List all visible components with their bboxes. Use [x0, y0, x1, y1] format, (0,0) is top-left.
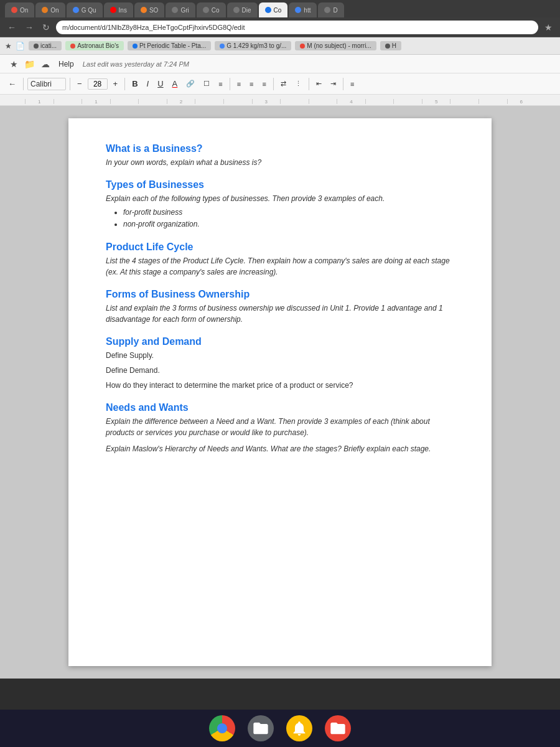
- undo-button[interactable]: ←: [5, 78, 19, 90]
- section-heading-needs: Needs and Wants: [106, 402, 454, 413]
- align-center-button[interactable]: ≡: [234, 79, 244, 89]
- bookmark-periodic[interactable]: Pt Periodic Table - Pta...: [128, 41, 211, 50]
- bookmark-h[interactable]: H: [380, 41, 401, 50]
- bookmark-astronaut[interactable]: Astronaut Bio's: [65, 41, 124, 50]
- justify-button[interactable]: ≡: [259, 79, 269, 89]
- section-heading-what: What is a Business?: [106, 143, 454, 154]
- section-types-of-businesses: Types of Businesses Explain each of the …: [106, 179, 454, 230]
- bookmark-icon: [220, 44, 225, 49]
- docs-top-bar: ★ 📁 ☁ Help Last edit was yesterday at 7:…: [0, 55, 560, 73]
- bookmark-kg[interactable]: G 1.429 kg/m3 to g/...: [215, 41, 291, 50]
- tab-d[interactable]: D: [318, 2, 343, 17]
- tab-so[interactable]: SO: [134, 2, 164, 17]
- align-left-button[interactable]: ≡: [215, 79, 225, 89]
- reload-button[interactable]: ↻: [40, 21, 52, 34]
- bookmark-icati[interactable]: icati...: [29, 41, 62, 50]
- tab-dot: [324, 7, 330, 13]
- help-label: Help: [58, 60, 74, 68]
- ruler-mark: 1: [82, 99, 110, 104]
- tab-gri[interactable]: Gri: [166, 2, 195, 17]
- forward-button[interactable]: →: [22, 21, 36, 34]
- back-button[interactable]: ←: [5, 21, 19, 34]
- toolbar-separator: [70, 78, 70, 90]
- section-heading-types: Types of Businesses: [106, 179, 454, 190]
- link-button[interactable]: 🔗: [183, 78, 198, 89]
- bookmark-star-icon: ★: [5, 42, 12, 50]
- tab-label: Co: [274, 7, 282, 14]
- chrome-taskbar-icon[interactable]: [209, 715, 235, 741]
- bookmark-label: icati...: [40, 42, 57, 49]
- ruler-mark: [54, 99, 82, 104]
- italic-button[interactable]: I: [144, 78, 152, 90]
- tab-dot: [295, 7, 301, 13]
- bullet-non-profit: non-profit organization.: [123, 218, 454, 230]
- tab-label: SO: [149, 7, 158, 14]
- bell-taskbar-icon[interactable]: [286, 715, 312, 741]
- line-spacing-button[interactable]: ⇄: [278, 78, 289, 89]
- tab-dot: [110, 7, 116, 13]
- star-icon[interactable]: ★: [10, 59, 18, 69]
- tab-co-2[interactable]: Co: [259, 2, 288, 17]
- font-name: Calibri: [30, 80, 52, 88]
- section-forms-of-ownership: Forms of Business Ownership List and exp…: [106, 289, 454, 325]
- tab-htt[interactable]: htt: [289, 2, 317, 17]
- folder-icon[interactable]: 📁: [24, 59, 35, 69]
- font-size-input[interactable]: 28: [88, 78, 108, 90]
- toolbar-separator: [230, 78, 230, 90]
- font-size-decrease[interactable]: −: [74, 78, 85, 90]
- ruler: 1 1 2 3 4 5 6: [0, 95, 560, 106]
- bookmark-icon: [34, 44, 39, 49]
- ruler-mark: [110, 99, 139, 104]
- ruler-marks: 1 1 2 3 4 5 6: [25, 95, 535, 105]
- image-button[interactable]: ☐: [200, 78, 213, 89]
- bold-button[interactable]: B: [129, 78, 141, 90]
- tab-dot: [73, 7, 79, 13]
- underline-button[interactable]: U: [154, 78, 166, 90]
- indent-increase-button[interactable]: ⇥: [327, 78, 339, 89]
- tab-co-1[interactable]: Co: [197, 2, 226, 17]
- list-button[interactable]: ⋮: [292, 78, 305, 89]
- indent-decrease-button[interactable]: ⇤: [313, 78, 325, 89]
- tab-google[interactable]: G Qu: [67, 2, 103, 17]
- bookmark-label: G 1.429 kg/m3 to g/...: [226, 42, 286, 49]
- bookmark-button[interactable]: ★: [542, 21, 555, 34]
- menu-help[interactable]: Help: [55, 59, 78, 70]
- ruler-mark: 4: [337, 99, 365, 104]
- tab-on-2[interactable]: On: [35, 2, 65, 17]
- ruler-mark: [280, 99, 309, 104]
- docs-icons: ★ 📁 ☁: [7, 59, 50, 69]
- tab-ins[interactable]: Ins: [104, 2, 133, 17]
- ruler-mark: [223, 99, 252, 104]
- ruler-mark: 6: [507, 99, 536, 104]
- font-size-increase[interactable]: +: [110, 78, 121, 90]
- section-body-supply-2: Define Demand.: [106, 365, 454, 376]
- document-page[interactable]: What is a Business? In your own words, e…: [68, 118, 492, 666]
- more-button[interactable]: ≡: [347, 79, 357, 89]
- bookmark-icon: [300, 44, 305, 49]
- tab-on-1[interactable]: On: [5, 2, 34, 17]
- tab-label: Ins: [119, 7, 127, 14]
- align-right-button[interactable]: ≡: [246, 79, 256, 89]
- section-heading-plc: Product Life Cycle: [106, 242, 454, 253]
- bookmark-mail[interactable]: M (no subject) - morri...: [295, 41, 376, 50]
- section-body-supply-3: How do they interact to determine the ma…: [106, 380, 454, 391]
- cloud-icon[interactable]: ☁: [41, 59, 50, 69]
- bookmark-label: M (no subject) - morri...: [307, 42, 371, 49]
- section-supply-and-demand: Supply and Demand Define Supply. Define …: [106, 336, 454, 391]
- tab-label: htt: [304, 7, 310, 14]
- tab-dot: [233, 7, 240, 13]
- address-bar-row: ← → ↻ m/document/d/1NlbZ8y8Hza_EHeTgoCpt…: [0, 17, 560, 37]
- files-taskbar-icon[interactable]: [248, 715, 274, 741]
- font-color-button[interactable]: A: [169, 78, 181, 90]
- folder-taskbar-icon[interactable]: [325, 715, 351, 741]
- section-needs-and-wants: Needs and Wants Explain the difference b…: [106, 402, 454, 454]
- address-bar[interactable]: m/document/d/1NlbZ8y8Hza_EHeTgoCptFjhxir…: [56, 21, 538, 34]
- tab-die[interactable]: Die: [227, 2, 258, 17]
- document-area: What is a Business? In your own words, e…: [0, 106, 560, 679]
- toolbar-separator: [124, 78, 125, 90]
- section-product-life-cycle: Product Life Cycle List the 4 stages of …: [106, 242, 454, 278]
- tab-label: Die: [242, 7, 251, 14]
- font-selector[interactable]: Calibri: [27, 78, 66, 90]
- ruler-mark: [195, 99, 223, 104]
- tab-label: On: [50, 7, 58, 14]
